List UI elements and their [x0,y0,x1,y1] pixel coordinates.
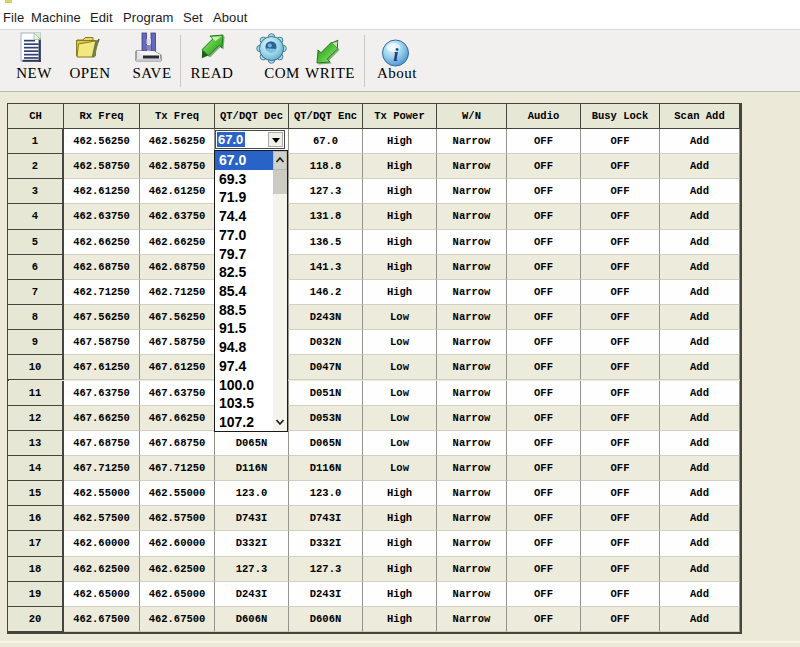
svg-text:i: i [393,44,399,65]
